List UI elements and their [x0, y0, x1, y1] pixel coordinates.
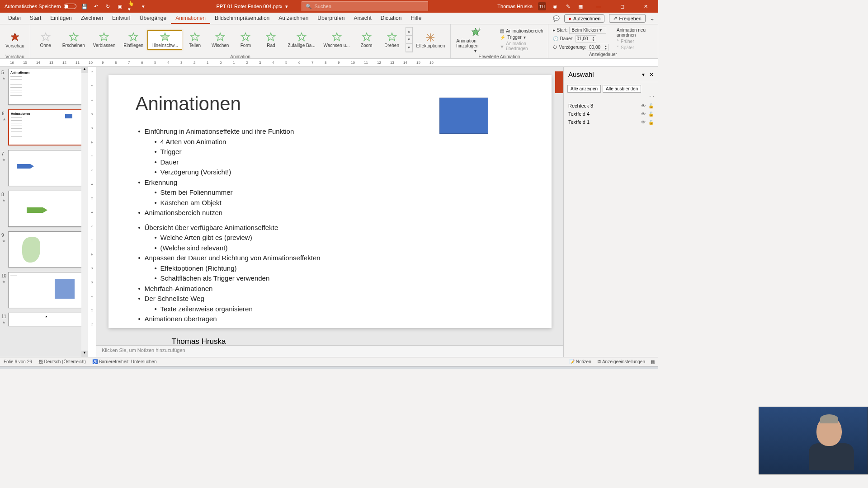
close-button[interactable]: ✕: [637, 0, 655, 13]
tab-bildschirmpräsentation[interactable]: Bildschirmpräsentation: [210, 13, 274, 24]
maximize-button[interactable]: ◻: [613, 0, 631, 13]
anim-wachsenu[interactable]: Wachsen u...: [320, 30, 354, 50]
slide-content[interactable]: Einführung in Animationseffekte und ihre…: [136, 127, 524, 324]
document-title[interactable]: PPT 01 Roter Faden 004.pptx▾: [217, 4, 288, 9]
anim-verblassen[interactable]: Verblassen: [89, 30, 119, 50]
telegram-icon[interactable]: ✈: [162, 367, 175, 369]
bullet-item[interactable]: Schaltflächen als Trigger verwenden: [136, 273, 524, 284]
slide-thumbnail-11[interactable]: 11★◔: [8, 313, 83, 326]
slide-counter[interactable]: Folie 6 von 26: [4, 359, 32, 364]
bullet-item[interactable]: Übersicht über verfügbare Animationseffe…: [136, 223, 524, 233]
bullet-item[interactable]: Animationen übertragen: [136, 314, 524, 324]
app-icon[interactable]: ▫: [249, 367, 261, 369]
collapse-pane-tab[interactable]: [555, 71, 563, 93]
vlc-icon[interactable]: 🔶: [104, 367, 117, 369]
search-box[interactable]: 🔍: [302, 1, 428, 11]
close-pane-icon[interactable]: ✕: [649, 71, 654, 78]
start-combo[interactable]: Beim Klicken▾: [569, 27, 606, 34]
slide-thumbnail-6[interactable]: 6★Animationen———————————————————————————…: [8, 109, 83, 145]
slide-thumbnail-8[interactable]: 8★: [8, 191, 83, 227]
anim-rad[interactable]: Rad: [258, 30, 283, 50]
pane-options-icon[interactable]: ▾: [642, 71, 645, 78]
scroll-down-icon[interactable]: ▼: [81, 351, 88, 357]
anim-teilen[interactable]: Teilen: [182, 30, 208, 50]
drawing-icon[interactable]: ✎: [564, 3, 571, 10]
anim-form[interactable]: Form: [233, 30, 258, 50]
slide-thumbnail-5[interactable]: 5★Animationen———————————————————————————…: [8, 69, 83, 105]
language-indicator[interactable]: 🖼 Deutsch (Österreich): [38, 359, 86, 364]
bullet-item[interactable]: [136, 218, 524, 223]
scroll-up-icon[interactable]: ▲: [406, 28, 412, 36]
animation-gallery[interactable]: OhneErscheinenVerblassenEinfliegenHinein…: [33, 30, 405, 50]
bullet-item[interactable]: Stern bei Foliennummer: [136, 188, 524, 198]
file-explorer-icon[interactable]: 📁: [17, 367, 30, 369]
anim-zuflligeba[interactable]: Zufällige Ba...: [283, 30, 319, 50]
accessibility-check[interactable]: ♿ Barrierefreiheit: Untersuchen: [92, 359, 157, 364]
obs-icon[interactable]: ⚫: [191, 367, 203, 369]
window-layout-icon[interactable]: ▦: [577, 3, 584, 10]
move-down-icon[interactable]: ˅: [652, 95, 655, 100]
bullet-item[interactable]: Trigger: [136, 147, 524, 157]
comments-icon[interactable]: 💬: [553, 15, 560, 22]
notes-placeholder[interactable]: Klicken Sie, um Notizen hinzuzufügen: [96, 345, 563, 357]
anim-hineinschw[interactable]: Hineinschw...: [147, 30, 182, 50]
anim-erscheinen[interactable]: Erscheinen: [58, 30, 89, 50]
app-icon[interactable]: ▤: [176, 367, 189, 369]
tab-überprüfen[interactable]: Überprüfen: [313, 13, 349, 24]
slide-author[interactable]: Thomas Hruska: [136, 337, 524, 346]
bullet-item[interactable]: Kästchen am Objekt: [136, 198, 524, 208]
notes-toggle[interactable]: 📝 Notizen: [569, 359, 591, 364]
tab-entwurf[interactable]: Entwurf: [108, 13, 135, 24]
bullet-item[interactable]: Effektoptionen (Richtung): [136, 263, 524, 274]
tab-aufzeichnen[interactable]: Aufzeichnen: [274, 13, 313, 24]
outlook-icon[interactable]: ✉: [61, 367, 73, 369]
app-icon[interactable]: ▫: [263, 367, 276, 369]
slide-thumbnail-9[interactable]: 9★: [8, 231, 83, 267]
slide-thumbnail-10[interactable]: 10★———: [8, 272, 83, 308]
effect-options-button[interactable]: ↑ Effektoptionen: [414, 25, 448, 54]
onenote-icon[interactable]: N: [147, 367, 160, 369]
app-icon[interactable]: ⬤: [205, 367, 218, 369]
search-input[interactable]: [315, 4, 424, 9]
bullet-item[interactable]: Der Schnellste Weg: [136, 294, 524, 304]
tab-animationen[interactable]: Animationen: [171, 13, 210, 24]
visibility-icon[interactable]: 👁: [641, 112, 646, 117]
trigger-button[interactable]: ⚡Trigger▾: [498, 34, 545, 40]
move-up-icon[interactable]: ˄: [649, 95, 651, 100]
minimize-button[interactable]: —: [590, 0, 608, 13]
selection-item[interactable]: Rechteck 3👁🔓: [564, 102, 658, 110]
user-name[interactable]: Thomas Hruska: [497, 4, 533, 9]
anim-einfliegen[interactable]: Einfliegen: [119, 30, 147, 50]
slide-thumbnails-panel[interactable]: 5★Animationen———————————————————————————…: [0, 67, 88, 357]
display-settings[interactable]: 🖥 Anzeigeeinstellungen: [597, 359, 645, 364]
bullet-item[interactable]: Verzögerung (Vorsicht!): [136, 167, 524, 178]
edge-icon[interactable]: 🌊: [234, 367, 247, 369]
bullet-item[interactable]: Animationsbereich nutzen: [136, 208, 524, 218]
slide[interactable]: Animationen Einführung in Animationseffe…: [108, 75, 552, 328]
undo-icon[interactable]: ↶: [93, 3, 100, 10]
touch-mode-icon[interactable]: 👆▾: [128, 3, 135, 10]
bullet-item[interactable]: 4 Arten von Animation: [136, 137, 524, 147]
autosave-toggle[interactable]: Automatisches Speichern: [5, 4, 76, 9]
hide-all-button[interactable]: Alle ausblenden: [603, 85, 641, 93]
anim-ohne[interactable]: Ohne: [33, 30, 58, 50]
record-button[interactable]: ●Aufzeichnen: [564, 14, 604, 23]
tab-dictation[interactable]: Dictation: [376, 13, 406, 24]
blue-rectangle-shape[interactable]: [439, 98, 488, 134]
tab-datei[interactable]: Datei: [4, 13, 25, 24]
app-icon[interactable]: ◐: [90, 367, 102, 369]
redo-icon[interactable]: ↻: [104, 3, 112, 10]
add-animation-button[interactable]: + Animation hinzufügen▾: [453, 25, 497, 54]
duration-input[interactable]: 01,00▲▼: [576, 35, 596, 42]
share-button[interactable]: ↗Freigeben: [609, 14, 646, 23]
delay-input[interactable]: 00,00▲▼: [588, 44, 609, 51]
tab-zeichnen[interactable]: Zeichnen: [76, 13, 108, 24]
start-button[interactable]: ⊞: [3, 367, 15, 369]
bullet-item[interactable]: Dauer: [136, 157, 524, 168]
show-all-button[interactable]: Alle anzeigen: [567, 85, 601, 93]
lock-icon[interactable]: 🔓: [648, 103, 654, 108]
animation-pane-button[interactable]: ▤Animationsbereich: [498, 28, 545, 34]
chrome-icon[interactable]: 🌐: [46, 367, 59, 369]
bullet-item[interactable]: (Welche sind relevant): [136, 243, 524, 253]
anim-zoom[interactable]: Zoom: [354, 30, 379, 50]
